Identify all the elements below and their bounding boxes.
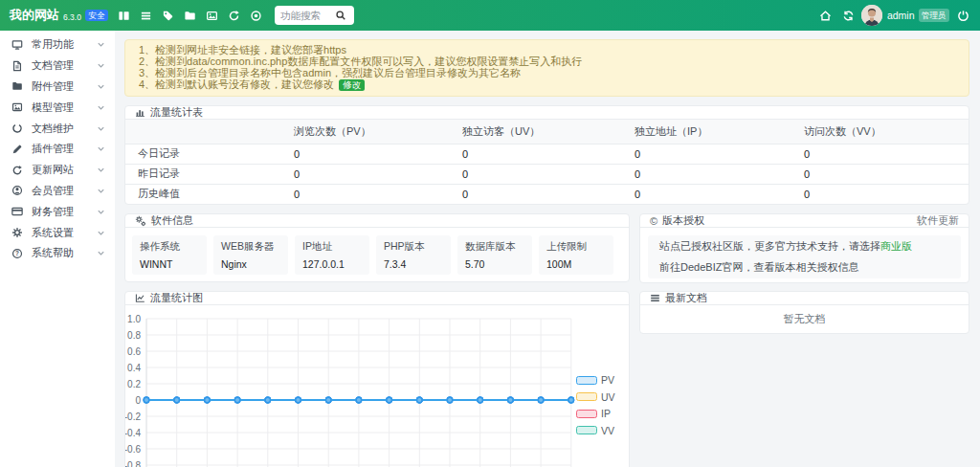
col-ip: 独立地址（IP） bbox=[622, 120, 791, 144]
header-right: admin 管理员 bbox=[814, 5, 974, 26]
desktop-icon bbox=[11, 39, 23, 51]
sidebar-item-finance[interactable]: 财务管理 bbox=[0, 201, 115, 222]
latest-docs-panel: 最新文档 暂无文档 bbox=[639, 291, 969, 334]
panel-title: 软件信息 bbox=[151, 213, 193, 228]
traffic-chart-header: 流量统计图 bbox=[125, 292, 629, 305]
col-vv: 访问次数（VV） bbox=[791, 120, 969, 144]
search-box[interactable] bbox=[275, 6, 354, 25]
legend-label: VV bbox=[601, 425, 614, 436]
legend-item[interactable]: VV bbox=[576, 425, 615, 437]
tag-icon[interactable] bbox=[157, 5, 179, 26]
chart-legend: PVUVIPVV bbox=[576, 374, 615, 436]
sidebar-item-settings[interactable]: 系统设置 bbox=[0, 222, 115, 243]
sync-icon[interactable] bbox=[837, 5, 860, 26]
panel-title: 流量统计表 bbox=[150, 105, 203, 120]
safe-badge[interactable]: 安全 bbox=[85, 10, 108, 22]
main-content: 1、检测到网址非安全链接，建议您部署https 2、检测到data/common… bbox=[115, 31, 980, 467]
software-cards: 操作系统WINNT WEB服务器Nginx IP地址127.0.0.1 PHP版… bbox=[125, 228, 629, 281]
legend-item[interactable]: PV bbox=[576, 374, 615, 387]
commercial-link[interactable]: 商业版 bbox=[880, 240, 912, 252]
sidebar-item-attachments[interactable]: 附件管理 bbox=[0, 77, 115, 98]
sidebar-item-plugins[interactable]: 插件管理 bbox=[0, 139, 115, 160]
brand: 我的网站 6.3.0 安全 bbox=[10, 7, 113, 24]
sidebar-item-help[interactable]: 系统帮助 bbox=[0, 243, 115, 264]
license-line: 站点已授权社区版，更多官方技术支持，请选择商业版 bbox=[659, 236, 949, 257]
redo-icon bbox=[11, 165, 23, 176]
search-icon[interactable] bbox=[335, 10, 346, 21]
sidebar-item-documents[interactable]: 文档管理 bbox=[0, 56, 115, 77]
svg-text:-0.6: -0.6 bbox=[125, 444, 141, 455]
legend-item[interactable]: UV bbox=[576, 391, 615, 404]
legend-item[interactable]: IP bbox=[576, 408, 615, 420]
legend-swatch bbox=[576, 426, 597, 434]
license-header: © 版本授权 软件更新 bbox=[640, 214, 969, 228]
power-icon[interactable] bbox=[951, 5, 974, 26]
sidebar-item-models[interactable]: 模型管理 bbox=[0, 97, 115, 118]
site-title: 我的网站 bbox=[10, 7, 59, 24]
svg-text:0: 0 bbox=[135, 395, 141, 406]
chevron-down-icon bbox=[97, 124, 105, 133]
col-pv: 浏览次数（PV） bbox=[281, 120, 450, 144]
software-info-header: 软件信息 bbox=[125, 214, 629, 228]
legend-label: PV bbox=[601, 374, 614, 386]
sidebar-item-common[interactable]: 常用功能 bbox=[0, 34, 115, 56]
svg-text:0.6: 0.6 bbox=[127, 346, 141, 357]
license-line: 前往DedeBIZ官网，查看版本相关授权信息 bbox=[659, 257, 949, 278]
search-input[interactable] bbox=[280, 10, 335, 21]
software-info-panel: 软件信息 操作系统WINNT WEB服务器Nginx IP地址127.0.0.1… bbox=[124, 213, 630, 282]
chevron-down-icon bbox=[97, 229, 105, 237]
traffic-stats-header: 流量统计表 bbox=[125, 106, 969, 120]
alert-line: 4、检测到默认账号没有修改，建议您修改修改 bbox=[139, 79, 955, 92]
cog-icon bbox=[11, 227, 23, 238]
images-icon[interactable] bbox=[201, 5, 223, 26]
legend-swatch bbox=[576, 392, 597, 401]
svg-text:0.8: 0.8 bbox=[127, 330, 141, 341]
info-card-upload: 上传限制100M bbox=[539, 235, 613, 275]
list-icon[interactable] bbox=[135, 5, 157, 26]
sidebar-item-members[interactable]: 会员管理 bbox=[0, 181, 115, 202]
dot-circle-icon[interactable] bbox=[245, 5, 267, 26]
folder-icon[interactable] bbox=[179, 5, 201, 26]
sidebar-item-update[interactable]: 更新网站 bbox=[0, 160, 115, 181]
refresh-icon[interactable] bbox=[223, 5, 245, 26]
chevron-down-icon bbox=[97, 82, 105, 91]
software-update-link[interactable]: 软件更新 bbox=[917, 213, 959, 228]
chevron-down-icon bbox=[97, 103, 105, 112]
svg-text:1.0: 1.0 bbox=[127, 314, 141, 324]
pen-icon bbox=[11, 144, 23, 155]
info-card-db: 数据库版本5.70 bbox=[457, 235, 532, 275]
line-chart: 1.00.80.60.40.20-0.2-0.4-0.6-0.8-1.0 bbox=[125, 305, 629, 467]
home-icon[interactable] bbox=[814, 5, 837, 26]
svg-text:-0.4: -0.4 bbox=[125, 428, 141, 438]
legend-label: IP bbox=[601, 408, 611, 419]
legend-swatch bbox=[576, 410, 597, 418]
legend-swatch bbox=[576, 376, 597, 385]
username[interactable]: admin bbox=[887, 10, 915, 21]
col-uv: 独立访客（UV） bbox=[450, 120, 622, 144]
sidebar-item-maintenance[interactable]: 文档维护 bbox=[0, 118, 115, 139]
chevron-down-icon bbox=[97, 208, 105, 216]
alert-line: 3、检测到后台管理目录名称中包含admin，强烈建议后台管理目录修改为其它名称 bbox=[139, 68, 955, 79]
avatar[interactable] bbox=[861, 5, 882, 26]
table-row: 历史峰值 0 0 0 0 bbox=[125, 184, 969, 204]
table-row: 今日记录 0 0 0 0 bbox=[125, 144, 969, 164]
top-header: 我的网站 6.3.0 安全 admin 管理员 bbox=[0, 0, 980, 31]
fix-button[interactable]: 修改 bbox=[339, 79, 365, 92]
table-header-row: 浏览次数（PV） 独立访客（UV） 独立地址（IP） 访问次数（VV） bbox=[125, 120, 969, 144]
copyright-icon: © bbox=[650, 215, 657, 227]
images-icon bbox=[11, 101, 23, 113]
folder-icon bbox=[11, 80, 23, 92]
sidebar-toggle-icon[interactable] bbox=[113, 5, 135, 26]
latest-docs-header: 最新文档 bbox=[640, 292, 969, 305]
chevron-down-icon bbox=[97, 187, 105, 195]
panel-title: 版本授权 bbox=[662, 213, 704, 228]
info-card-webserver: WEB服务器Nginx bbox=[213, 235, 288, 275]
chevron-down-icon bbox=[97, 61, 105, 70]
credit-card-icon bbox=[11, 206, 23, 217]
version-label: 6.3.0 bbox=[63, 12, 81, 22]
table-rows-icon bbox=[650, 293, 660, 303]
table-row: 昨日记录 0 0 0 0 bbox=[125, 164, 969, 184]
svg-text:0.2: 0.2 bbox=[127, 379, 141, 389]
role-badge: 管理员 bbox=[919, 9, 950, 22]
panel-title: 最新文档 bbox=[665, 291, 707, 305]
